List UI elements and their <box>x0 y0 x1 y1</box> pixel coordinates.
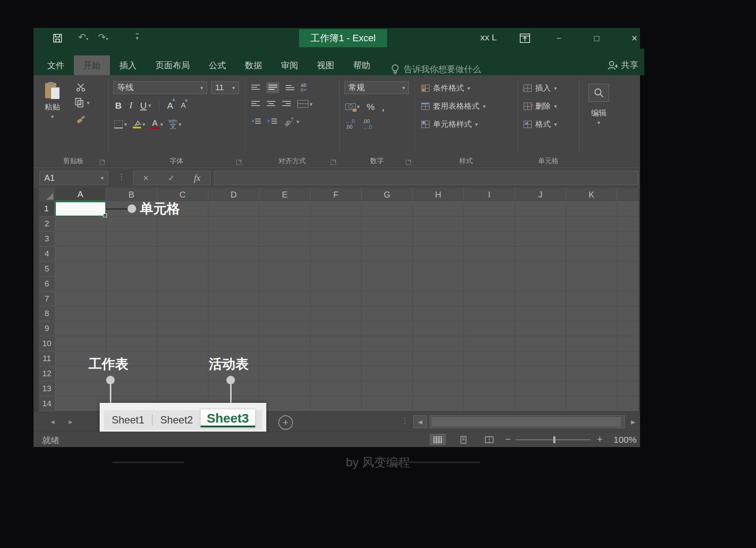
wrap-text-button[interactable]: abc↵ <box>301 83 308 92</box>
insert-function-icon[interactable]: fx <box>194 173 201 183</box>
grow-font-button[interactable]: A▲ <box>167 100 173 111</box>
sheet-tab[interactable]: Sheet1 <box>104 410 152 430</box>
ribbon-tab[interactable]: 插入 <box>110 55 146 75</box>
ribbon-tab[interactable]: 文件 <box>38 55 74 75</box>
cells-area[interactable] <box>55 201 639 411</box>
editing-button[interactable]: 编辑 ▾ <box>588 84 609 125</box>
name-box[interactable]: A1 ▾ <box>40 171 108 185</box>
copy-button[interactable]: ▾ <box>75 97 90 108</box>
horizontal-scrollbar[interactable] <box>430 415 625 428</box>
column-header[interactable]: K <box>566 188 617 201</box>
undo-icon[interactable]: ↶▾ <box>78 32 88 43</box>
paste-button[interactable]: 粘贴 ▾ <box>45 82 60 119</box>
row-header[interactable]: 9 <box>39 321 55 336</box>
number-format-select[interactable]: 常规▾ <box>344 81 409 94</box>
ribbon-tab[interactable]: 审阅 <box>271 55 308 75</box>
align-middle-button[interactable] <box>266 82 279 93</box>
row-header[interactable]: 3 <box>39 231 55 247</box>
row-header[interactable]: 13 <box>39 381 55 396</box>
row-header[interactable]: 12 <box>39 366 55 381</box>
phonetic-guide-button[interactable]: wén文 ▾ <box>169 119 182 129</box>
column-header[interactable]: J <box>515 188 566 201</box>
align-bottom-icon[interactable] <box>285 84 295 91</box>
column-header[interactable]: D <box>208 188 259 201</box>
select-all-corner[interactable] <box>39 188 55 202</box>
account-name[interactable]: xx L <box>480 32 497 43</box>
font-name-select[interactable]: 等线▾ <box>113 81 207 94</box>
share-button[interactable]: 共享 <box>607 59 638 71</box>
cut-button[interactable] <box>76 83 86 91</box>
row-header[interactable]: 5 <box>39 262 55 277</box>
underline-button[interactable]: U▾ <box>140 100 151 111</box>
hscroll-left-button[interactable]: ◀ <box>413 415 427 428</box>
bold-button[interactable]: B <box>115 100 122 111</box>
zoom-percentage[interactable]: 100% <box>613 435 637 445</box>
sheet-nav-right-icon[interactable]: ▸ <box>69 417 73 426</box>
qat-customize-icon[interactable]: ▾ <box>136 33 139 42</box>
redo-icon[interactable]: ↷▾ <box>98 32 108 43</box>
close-button[interactable]: × <box>625 29 644 47</box>
row-header[interactable]: 1 <box>39 201 55 216</box>
tell-me[interactable]: 告诉我你想要做什么 <box>391 64 481 75</box>
format-painter-button[interactable] <box>76 114 86 124</box>
insert-cells-button[interactable]: ← 插入▾ <box>524 83 557 93</box>
hscroll-right-button[interactable]: ▶ <box>628 415 639 428</box>
ribbon-tab[interactable]: 页面布局 <box>146 55 199 75</box>
sheet-tab[interactable]: Sheet2 <box>152 410 201 430</box>
strip-resize-handle[interactable]: ⋮ <box>401 416 408 425</box>
new-sheet-button[interactable]: + <box>278 415 293 430</box>
sheet-tab[interactable]: Sheet3 <box>201 409 255 427</box>
align-center-icon[interactable] <box>266 100 276 107</box>
zoom-slider-thumb[interactable] <box>553 436 555 443</box>
selected-cell-a1[interactable] <box>55 201 106 216</box>
zoom-in-button[interactable]: + <box>597 434 603 445</box>
column-header[interactable]: H <box>413 188 464 201</box>
row-header[interactable]: 4 <box>39 247 55 262</box>
italic-button[interactable]: I <box>129 100 132 111</box>
column-header[interactable]: F <box>311 188 362 201</box>
percent-style-button[interactable]: % <box>367 102 375 112</box>
accounting-format-button[interactable]: ▾ <box>345 104 360 110</box>
row-header[interactable]: 2 <box>39 216 55 231</box>
conditional-formatting-button[interactable]: 条件格式▾ <box>421 83 470 93</box>
fill-handle[interactable] <box>103 213 107 217</box>
borders-button[interactable]: ▾ <box>114 120 127 128</box>
formula-bar-handle[interactable]: ⋮ <box>118 172 125 182</box>
merge-center-button[interactable]: ↔ ▾ <box>297 100 313 108</box>
row-header[interactable]: 8 <box>39 306 55 321</box>
decrease-decimal-button[interactable]: .00→.0 <box>363 119 372 130</box>
format-cells-button[interactable]: ↔ 格式▾ <box>524 119 557 129</box>
cell-styles-button[interactable]: 单元格样式▾ <box>421 119 478 129</box>
align-top-icon[interactable] <box>251 84 260 91</box>
enter-icon[interactable]: ✓ <box>168 173 175 183</box>
decrease-indent-icon[interactable] <box>251 118 261 125</box>
align-left-icon[interactable] <box>251 100 260 107</box>
row-header[interactable]: 6 <box>39 277 55 292</box>
ribbon-tab[interactable]: 公式 <box>199 55 235 75</box>
column-header[interactable]: A <box>55 188 106 201</box>
ribbon-tab[interactable]: 数据 <box>235 55 271 75</box>
cancel-icon[interactable]: × <box>143 173 149 184</box>
horizontal-scrollbar-thumb[interactable] <box>432 417 621 426</box>
comma-style-button[interactable]: , <box>381 100 384 113</box>
maximize-button[interactable]: □ <box>587 29 607 47</box>
row-header[interactable]: 14 <box>39 396 55 411</box>
normal-view-button[interactable] <box>430 434 446 445</box>
alignment-dialog-launcher[interactable] <box>331 159 337 165</box>
page-layout-view-button[interactable] <box>455 434 472 445</box>
clipboard-dialog-launcher[interactable] <box>100 159 106 165</box>
orientation-button[interactable]: ab↗ ▾ <box>284 118 299 125</box>
column-header[interactable]: G <box>362 188 413 201</box>
row-header[interactable]: 10 <box>39 336 55 351</box>
column-header[interactable]: I <box>464 188 515 201</box>
column-header[interactable]: E <box>259 188 311 201</box>
zoom-out-button[interactable]: − <box>505 434 511 445</box>
format-as-table-button[interactable]: 套用表格格式▾ <box>421 101 486 111</box>
fill-color-button[interactable]: ▾ <box>133 120 146 128</box>
page-break-view-button[interactable] <box>481 434 497 445</box>
sheet-nav-left-icon[interactable]: ◂ <box>51 417 55 426</box>
minimize-button[interactable]: − <box>549 29 569 47</box>
save-icon[interactable] <box>53 33 62 43</box>
align-right-icon[interactable] <box>282 100 291 107</box>
increase-indent-icon[interactable] <box>267 118 277 125</box>
